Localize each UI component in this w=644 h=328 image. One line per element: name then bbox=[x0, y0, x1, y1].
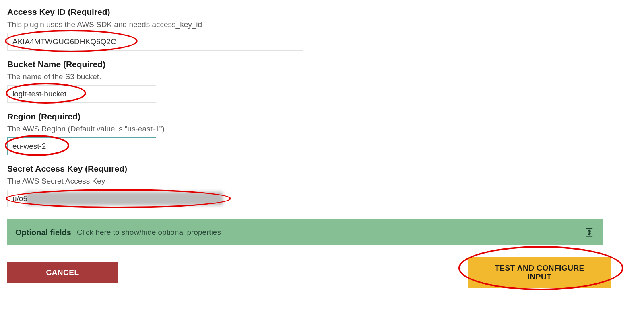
region-input[interactable] bbox=[7, 137, 156, 155]
cancel-button[interactable]: CANCEL bbox=[7, 262, 118, 283]
secret-access-key-description: The AWS Secret Access Key bbox=[7, 177, 611, 186]
access-key-id-label: Access Key ID (Required) bbox=[7, 7, 611, 17]
secret-blur-overlay bbox=[26, 192, 223, 205]
optional-fields-description: Click here to show/hide optional propert… bbox=[77, 228, 221, 237]
test-and-configure-button[interactable]: TEST AND CONFIGURE INPUT bbox=[468, 257, 611, 288]
action-button-row: CANCEL TEST AND CONFIGURE INPUT bbox=[7, 257, 611, 288]
secret-access-key-input[interactable]: u/o5 bbox=[7, 190, 303, 207]
access-key-id-description: This plugin uses the AWS SDK and needs a… bbox=[7, 20, 611, 29]
optional-fields-toggle[interactable]: Optional fields Click here to show/hide … bbox=[7, 219, 603, 245]
optional-fields-title: Optional fields bbox=[15, 228, 71, 237]
expand-collapse-icon bbox=[584, 227, 595, 238]
field-region: Region (Required) The AWS Region (Defaul… bbox=[7, 112, 611, 155]
plugin-config-form: Access Key ID (Required) This plugin use… bbox=[7, 7, 611, 288]
region-description: The AWS Region (Default value is "us-eas… bbox=[7, 125, 611, 133]
field-secret-access-key: Secret Access Key (Required) The AWS Sec… bbox=[7, 164, 611, 207]
field-access-key-id: Access Key ID (Required) This plugin use… bbox=[7, 7, 611, 51]
region-label: Region (Required) bbox=[7, 112, 611, 121]
bucket-name-input[interactable] bbox=[7, 85, 156, 103]
bucket-name-description: The name of the S3 bucket. bbox=[7, 72, 611, 81]
secret-access-key-label: Secret Access Key (Required) bbox=[7, 164, 611, 174]
optional-fields-text: Optional fields Click here to show/hide … bbox=[15, 228, 221, 237]
secret-visible-prefix: u/o5 bbox=[12, 194, 27, 203]
field-bucket-name: Bucket Name (Required) The name of the S… bbox=[7, 59, 611, 103]
bucket-name-label: Bucket Name (Required) bbox=[7, 59, 611, 69]
access-key-id-input[interactable] bbox=[7, 33, 303, 51]
